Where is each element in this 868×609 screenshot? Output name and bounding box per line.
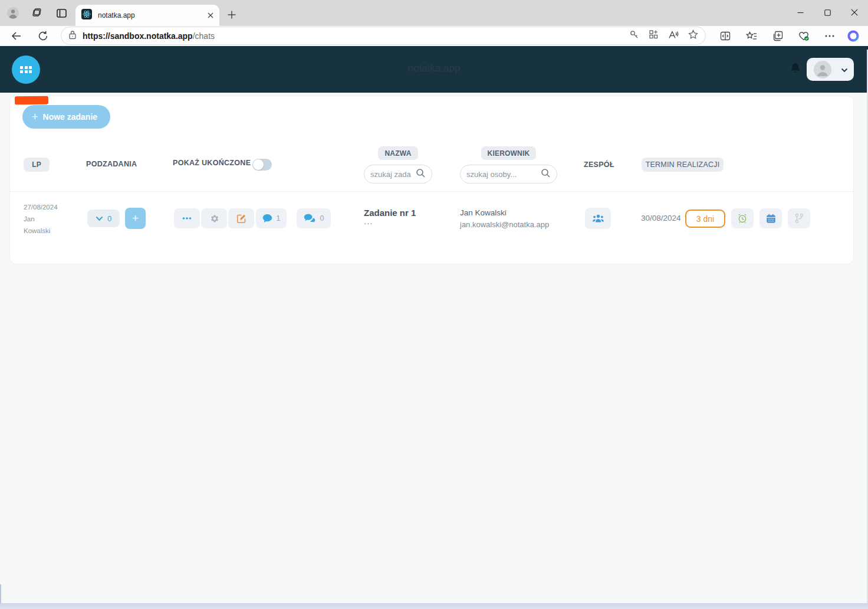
task-search-input[interactable] [370,170,420,179]
tasks-card: + Nowe zadanie LP PODZADANIA POKAŻ UKOŃC… [10,96,853,264]
days-left-badge: 3 dni [685,209,725,228]
plus-icon: + [32,112,38,122]
url-path: /chats [193,31,215,41]
avatar [814,61,831,78]
manager-name: Jan Kowalski [460,208,507,217]
alarm-clock-icon [737,213,748,224]
back-icon[interactable] [9,28,24,44]
task-more-link[interactable]: ... [364,218,373,224]
row-created-info: 27/08/2024 Jan Kowalski [24,201,58,237]
new-task-label: Nowe zadanie [43,112,98,122]
chevron-down-icon [841,64,848,75]
search-icon[interactable] [541,168,551,181]
manager-search-input[interactable] [466,170,541,179]
password-key-icon[interactable] [629,30,639,42]
browser-profile-icon[interactable] [6,6,19,19]
browser-tab-strip: notatka.app [0,0,868,26]
author-last-name: Kowalski [24,225,58,237]
created-date: 27/08/2024 [24,201,58,213]
edit-icon [236,214,246,224]
chat-bubbles-icon [304,214,316,224]
collections-icon[interactable] [770,28,785,44]
show-completed-toggle[interactable] [252,159,272,171]
maximize-icon[interactable] [814,0,841,25]
toggle-knob [253,159,264,170]
gear-icon [209,214,219,224]
column-header-name: NAZWA [378,146,418,160]
branch-button[interactable] [788,208,810,228]
app-title: notatka.app [0,63,868,74]
author-first-name: Jan [24,213,58,225]
column-header-lp: LP [24,158,50,172]
apps-install-icon[interactable] [649,30,659,42]
reminder-button[interactable] [731,208,754,228]
row-more-button[interactable] [174,208,200,228]
main-content: + Nowe zadanie LP PODZADANIA POKAŻ UKOŃC… [0,93,868,603]
header-row-divider [10,191,853,192]
column-header-deadline: TERMIN REALIZACJI [642,158,724,172]
calendar-button[interactable] [760,208,782,228]
tab-actions-icon[interactable] [55,6,68,19]
row-group-comments-button[interactable]: 0 [297,208,331,228]
settings-more-icon[interactable] [822,28,837,44]
column-header-subtasks: PODZADANIA [86,160,137,168]
search-icon[interactable] [416,168,426,181]
chevron-down-icon [96,216,103,221]
url-host: https://sandbox.notatka.app [83,31,193,41]
team-icon [592,214,604,223]
deadline-date: 30/08/2024 [641,214,681,222]
branch-icon [794,213,804,224]
split-screen-icon[interactable] [718,28,733,44]
browser-window: notatka.app https://sandbox.notatka.app/… [0,0,868,609]
browser-tab[interactable]: notatka.app [75,5,219,26]
team-button[interactable] [585,208,611,229]
column-header-manager: KIEROWNIK [481,146,536,160]
refresh-icon[interactable] [35,28,51,44]
task-search-box [364,165,432,184]
new-task-button[interactable]: + Nowe zadanie [22,105,110,129]
browser-essentials-icon[interactable] [796,28,811,44]
column-header-team: ZESPÓŁ [584,161,614,169]
manager-email: jan.kowalski@notatka.app [460,220,549,229]
ellipsis-icon [182,217,192,220]
new-tab-icon[interactable] [225,8,238,21]
group-comment-count: 0 [320,214,324,222]
redaction-mark [15,96,48,105]
window-bottom-edge [0,603,868,609]
tab-title: notatka.app [98,11,208,19]
url-text[interactable]: https://sandbox.notatka.app/chats [83,31,215,41]
workspaces-icon[interactable] [31,6,44,19]
add-subtask-button[interactable]: + [125,208,146,229]
row-settings-button[interactable] [201,208,227,228]
app-header: notatka.app [0,46,868,93]
window-controls [787,0,868,26]
address-bar[interactable]: https://sandbox.notatka.app/chats [61,27,706,45]
calendar-icon [766,214,776,224]
row-edit-button[interactable] [228,208,254,228]
close-window-icon[interactable] [841,0,868,25]
manager-search-box [460,165,557,184]
column-header-show-completed: POKAŻ UKOŃCZONE [173,159,251,167]
notification-bell-icon[interactable] [790,63,801,77]
plus-icon: + [132,212,139,225]
subtask-count: 0 [107,214,111,223]
minimize-icon[interactable] [787,0,814,25]
subtasks-expand-button[interactable]: 0 [87,209,120,227]
chat-bubble-icon [262,214,272,223]
user-menu[interactable] [807,58,854,81]
tab-close-icon[interactable] [208,10,213,21]
favorite-star-icon[interactable] [688,30,698,42]
read-aloud-icon[interactable] [668,30,679,42]
favorites-bar-icon[interactable] [744,28,759,44]
favicon-react-icon [81,9,92,22]
site-lock-icon[interactable] [68,30,77,42]
comment-count: 1 [277,214,281,222]
copilot-icon[interactable] [846,28,861,44]
row-comments-button[interactable]: 1 [256,208,287,228]
